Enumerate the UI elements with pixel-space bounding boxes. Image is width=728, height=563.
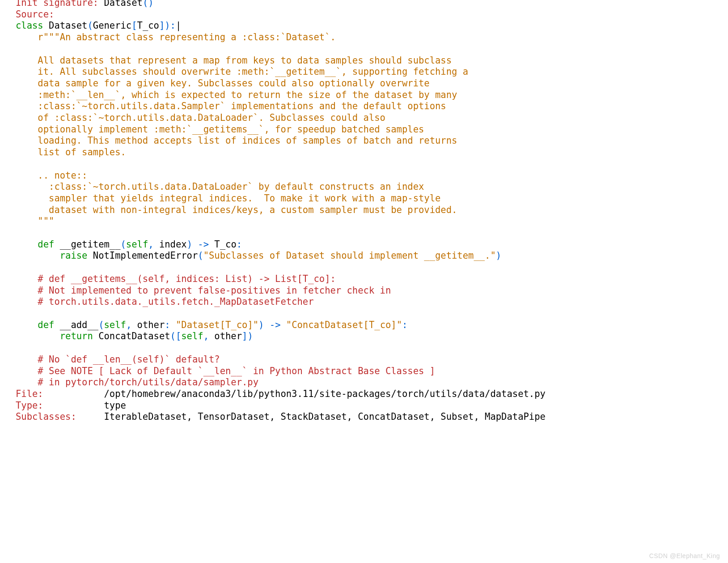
paren-close: ) xyxy=(187,239,192,250)
docstring-line: loading. This method accepts list of ind… xyxy=(16,135,457,146)
keyword-raise: raise xyxy=(16,250,87,261)
docstring-line: data sample for a given key. Subclasses … xyxy=(16,78,430,89)
comment-line: # Not implemented to prevent false-posit… xyxy=(16,285,391,296)
type-param: T_co xyxy=(137,20,159,31)
return-type: T_co xyxy=(209,239,237,250)
comma: , xyxy=(126,320,131,330)
class-name: Dataset xyxy=(43,20,88,31)
keyword-def: def xyxy=(16,239,54,250)
self-param: self xyxy=(104,320,126,330)
watermark: CSDN @Elephant_King xyxy=(649,552,720,559)
arrow: -> xyxy=(264,320,280,330)
arrow: -> xyxy=(192,239,209,250)
return-type: "ConcatDataset[T_co]" xyxy=(280,320,402,330)
comma: , xyxy=(203,331,209,341)
docstring-line: list of samples. xyxy=(16,147,126,158)
subclasses-label: Subclasses: xyxy=(16,411,76,422)
exception-name: NotImplementedError xyxy=(87,250,198,261)
string-literal: "Subclasses of Dataset should implement … xyxy=(203,250,496,261)
docstring-line: :class:`~torch.utils.data.DataLoader` by… xyxy=(16,181,424,192)
paren-open: ( xyxy=(98,320,104,330)
source-label: Source: xyxy=(16,9,54,20)
docstring-line: :meth:`__len__`, which is expected to re… xyxy=(16,90,457,100)
comment-line: # torch.utils.data._utils.fetch._MapData… xyxy=(16,296,313,307)
annotation: "Dataset[T_co]" xyxy=(170,320,258,330)
docstring-line: r"""An abstract class representing a :cl… xyxy=(16,32,336,43)
generic-name: Generic xyxy=(93,20,131,31)
paren-open: ( xyxy=(198,250,203,261)
self-param: self xyxy=(126,239,148,250)
paren-open: ( xyxy=(121,239,126,250)
init-signature-label: Init signature: xyxy=(16,0,98,8)
colon: : xyxy=(165,320,170,330)
init-signature-parens: () xyxy=(143,0,154,8)
colon: : xyxy=(237,239,242,250)
docstring-line: dataset with non-integral indices/keys, … xyxy=(16,205,457,215)
docstring-line: All datasets that represent a map from k… xyxy=(16,55,452,66)
method-name: __getitem__ xyxy=(54,239,120,250)
bracket-open: [ xyxy=(131,20,137,31)
colon: : xyxy=(402,320,407,330)
keyword-def: def xyxy=(16,320,54,330)
paren-close: ) xyxy=(247,331,253,341)
docstring-line: .. note:: xyxy=(16,170,87,181)
comment-line: # See NOTE [ Lack of Default `__len__` i… xyxy=(16,366,435,376)
keyword-return: return xyxy=(16,331,93,341)
docstring-line: it. All subclasses should overwrite :met… xyxy=(16,66,468,77)
docstring-line: """ xyxy=(16,216,54,226)
paren-close-colon: ): xyxy=(165,20,176,31)
docstring-line: of :class:`~torch.utils.data.DataLoader`… xyxy=(16,112,385,123)
code-block: Init signature: Dataset() Source: class … xyxy=(0,0,728,423)
param: other xyxy=(131,320,165,330)
param: index xyxy=(154,239,187,250)
bracket-open: [ xyxy=(176,331,181,341)
comment-line: # No `def __len__(self)` default? xyxy=(16,354,220,365)
paren-close: ) xyxy=(258,320,264,330)
cursor: | xyxy=(176,20,181,31)
bracket-close: ] xyxy=(242,331,247,341)
call-name: ConcatDataset xyxy=(93,331,170,341)
method-name: __add__ xyxy=(54,320,98,330)
comment-line: # in pytorch/torch/utils/data/sampler.py xyxy=(16,377,258,388)
init-signature-name: Dataset xyxy=(98,0,143,8)
paren-open: ( xyxy=(87,20,93,31)
bracket-close: ] xyxy=(159,20,165,31)
file-label: File: xyxy=(16,388,43,399)
type-value: type xyxy=(43,400,126,411)
type-label: Type: xyxy=(16,400,43,411)
keyword-class: class xyxy=(16,20,43,31)
paren-open: ( xyxy=(170,331,176,341)
other-ref: other xyxy=(209,331,242,341)
docstring-line: optionally implement :meth:`__getitems__… xyxy=(16,124,424,135)
docstring-line: :class:`~torch.utils.data.Sampler` imple… xyxy=(16,101,446,111)
subclasses-value: IterableDataset, TensorDataset, StackDat… xyxy=(76,411,546,422)
comment-line: # def __getitems__(self, indices: List) … xyxy=(16,273,336,284)
paren-close: ) xyxy=(496,250,501,261)
file-value: /opt/homebrew/anaconda3/lib/python3.11/s… xyxy=(43,388,546,399)
docstring-line: sampler that yields integral indices. To… xyxy=(16,193,440,204)
comma: , xyxy=(148,239,153,250)
self-ref: self xyxy=(181,331,203,341)
